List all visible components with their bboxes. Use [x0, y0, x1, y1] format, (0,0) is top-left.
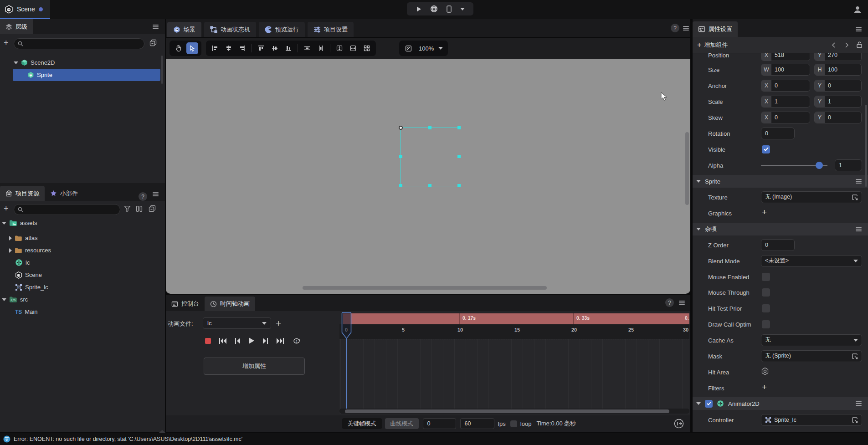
selection-handle-bottom[interactable] [428, 184, 431, 187]
mobile-run-icon[interactable] [446, 5, 452, 13]
current-frame-input[interactable]: 0 [423, 418, 456, 429]
scene-document-tab[interactable]: Scene [0, 0, 50, 19]
skip-end-icon[interactable] [276, 338, 284, 344]
asset-picker-icon[interactable] [852, 194, 858, 200]
alpha-input[interactable]: 1 [835, 159, 862, 171]
timeline-grid[interactable] [339, 339, 689, 414]
grid-layout-icon[interactable] [361, 42, 373, 54]
assets-menu-icon[interactable] [153, 191, 159, 197]
playhead-marker[interactable] [341, 312, 352, 339]
tree-item-scene2d[interactable]: Scene2D [14, 56, 55, 69]
inspector-scroll[interactable]: Position X518 Y270 Size W100 H100 Anchor… [693, 53, 868, 432]
section-collapse-arrow[interactable] [696, 180, 701, 183]
collapsed-arrow-icon[interactable] [9, 248, 12, 253]
add-property-button[interactable]: 增加属性 [204, 358, 305, 375]
tab-animation-statemachine[interactable]: 动画状态机 [204, 22, 256, 37]
stretch-width-icon[interactable] [347, 42, 359, 54]
asset-picker-icon[interactable] [852, 353, 858, 359]
assets-add-button[interactable]: + [4, 205, 9, 213]
tab-project-settings[interactable]: 项目设置 [308, 22, 354, 37]
nav-back-icon[interactable] [831, 42, 837, 48]
filter-icon[interactable] [124, 205, 131, 212]
timeline-scroll-thumb[interactable] [345, 409, 669, 413]
align-center-h-icon[interactable] [223, 42, 235, 54]
draw-call-optim-checkbox[interactable] [762, 320, 770, 328]
align-middle-v-icon[interactable] [269, 42, 281, 54]
tab-scene[interactable]: 场景 [167, 22, 201, 37]
timeline-menu-icon[interactable] [679, 300, 685, 306]
scale-y-input[interactable]: Y1 [814, 96, 862, 107]
alpha-slider-handle[interactable] [816, 162, 823, 169]
tree-item-lc[interactable]: lc [15, 256, 30, 269]
tab-properties[interactable]: 属性设置 [693, 21, 738, 37]
expand-arrow-icon[interactable] [14, 61, 18, 64]
section-animator2d[interactable]: Animator2D [693, 397, 868, 410]
panel-resize-notch[interactable] [159, 430, 165, 433]
user-account-icon[interactable] [853, 5, 862, 14]
section-collapse-arrow[interactable] [696, 402, 701, 405]
loop-checkbox[interactable] [510, 420, 517, 427]
distribute-h-icon[interactable] [301, 42, 313, 54]
timeline-ruler[interactable]: 0 5 10 15 20 25 30 [339, 324, 689, 339]
hit-test-prior-checkbox[interactable] [762, 304, 770, 312]
tab-hierarchy[interactable]: 层级 [0, 19, 33, 34]
tree-item-main[interactable]: TS Main [15, 306, 38, 318]
section-misc[interactable]: 杂项 [693, 223, 868, 235]
zoom-dropdown-caret[interactable] [438, 47, 443, 50]
scale-x-input[interactable]: X1 [761, 96, 810, 107]
section-menu-icon[interactable] [856, 400, 862, 407]
align-right-icon[interactable] [236, 42, 248, 54]
position-x-input[interactable]: X518 [761, 53, 810, 61]
record-stop-button[interactable] [205, 338, 211, 344]
mouse-through-checkbox[interactable] [762, 288, 770, 297]
mouse-enabled-checkbox[interactable] [762, 273, 770, 281]
loop-once-icon[interactable]: 1 [292, 337, 301, 345]
unlock-icon[interactable] [856, 41, 863, 48]
asset-picker-icon[interactable] [852, 417, 858, 423]
align-left-icon[interactable] [209, 42, 221, 54]
selection-handle-right[interactable] [457, 155, 461, 158]
z-order-input[interactable]: 0 [761, 239, 795, 251]
skew-x-input[interactable]: X0 [761, 112, 810, 123]
animator2d-enabled-checkbox[interactable] [705, 400, 713, 408]
hierarchy-scrollbar[interactable] [161, 56, 163, 84]
selection-handle-bottomright[interactable] [457, 184, 461, 187]
distribute-v-icon[interactable] [315, 42, 327, 54]
expand-arrow-icon[interactable] [2, 298, 6, 301]
next-frame-icon[interactable] [262, 338, 268, 344]
tab-widgets[interactable]: 小部件 [45, 186, 83, 201]
add-anim-file-button[interactable]: + [276, 318, 281, 328]
selection-handle-bottomleft[interactable] [399, 184, 402, 187]
tree-item-sprite[interactable]: Sprite [13, 69, 160, 81]
cache-as-select[interactable]: 无 [761, 334, 862, 346]
keyframe-mode-button[interactable]: 关键帧模式 [342, 418, 382, 429]
controller-ref-input[interactable]: 2D Sprite_lc [761, 414, 862, 426]
timeline-track-area[interactable]: 0. 17s 0. 33s 0. 0 5 10 15 20 25 30 [339, 311, 689, 414]
jump-to-export-icon[interactable] [674, 419, 684, 429]
tree-item-resources[interactable]: resources [9, 244, 51, 256]
split-view-icon[interactable] [136, 205, 143, 212]
mask-ref-input[interactable]: 无 (Sprite) [761, 350, 862, 362]
tab-console[interactable]: 控制台 [166, 297, 205, 311]
zoom-level-value[interactable]: 100% [419, 45, 434, 52]
blend-mode-select[interactable]: <未设置> [761, 255, 862, 267]
select-cursor-tool[interactable] [186, 42, 198, 54]
anchor-x-input[interactable]: X0 [761, 80, 810, 92]
selection-handle-topright[interactable] [457, 126, 461, 129]
assets-search-input[interactable] [14, 204, 120, 215]
selection-handle-top[interactable] [428, 126, 431, 129]
selection-box[interactable] [401, 128, 460, 186]
assets-help-icon[interactable]: ? [139, 192, 147, 201]
align-top-icon[interactable] [255, 42, 267, 54]
anim-file-dropdown[interactable]: lc [203, 317, 271, 329]
tree-item-scene[interactable]: Scene [15, 269, 42, 281]
size-w-input[interactable]: W100 [761, 64, 810, 76]
tab-timeline-animation[interactable]: 时间轴动画 [205, 297, 255, 311]
visible-checkbox[interactable] [762, 145, 770, 153]
rotation-input[interactable]: 0 [761, 128, 795, 139]
selection-handle-left[interactable] [399, 155, 402, 158]
run-target-dropdown[interactable] [460, 8, 465, 10]
tab-project-resources[interactable]: 项目资源 [0, 186, 45, 201]
align-bottom-icon[interactable] [282, 42, 294, 54]
skip-start-icon[interactable] [219, 338, 227, 344]
